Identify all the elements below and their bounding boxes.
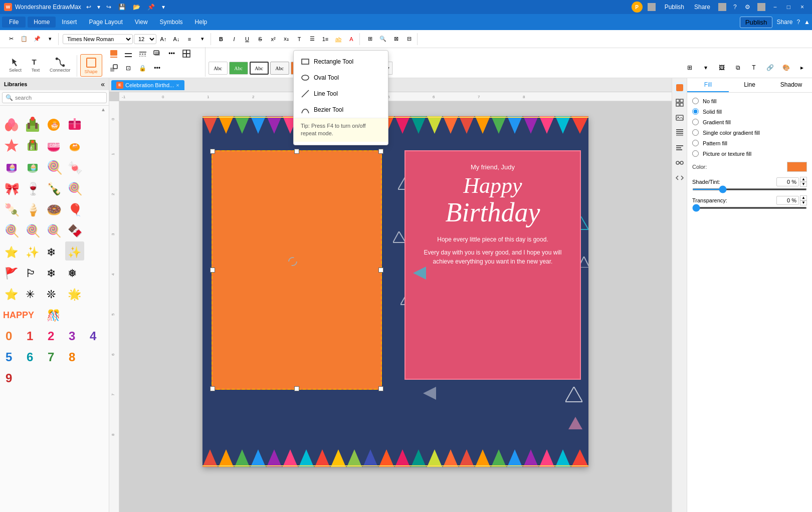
arrange-btn[interactable]: ⊟ bbox=[403, 33, 415, 45]
lib-item-27[interactable]: ❄ bbox=[44, 241, 63, 261]
font-color-btn[interactable]: A bbox=[345, 33, 357, 45]
pin-btn[interactable]: 📌 bbox=[145, 3, 157, 12]
link-panel-btn[interactable] bbox=[674, 157, 685, 168]
handle-ml[interactable] bbox=[210, 268, 215, 273]
lock-btn[interactable]: 🔒 bbox=[136, 62, 149, 75]
subscript-btn[interactable]: x₂ bbox=[280, 33, 292, 45]
tab-shadow[interactable]: Shadow bbox=[770, 78, 812, 92]
lib-item-17[interactable]: 🍡 bbox=[2, 199, 21, 218]
lib-item-22[interactable]: 🍭 bbox=[23, 220, 42, 239]
font-increase-btn[interactable]: A↑ bbox=[157, 33, 169, 45]
more-btn2[interactable]: ••• bbox=[151, 62, 164, 75]
fill-panel-btn[interactable] bbox=[674, 82, 685, 93]
bezier-tool-item[interactable]: Bezier Tool bbox=[294, 102, 388, 118]
link-btn[interactable]: 🔗 bbox=[763, 61, 777, 75]
numbering-btn[interactable]: 1≡ bbox=[319, 33, 331, 45]
select-tool[interactable]: Select bbox=[5, 55, 26, 75]
layers-btn[interactable]: ⧉ bbox=[731, 61, 745, 75]
expand-icon[interactable]: ▲ bbox=[804, 19, 810, 26]
color-preview-btn[interactable] bbox=[787, 162, 807, 172]
handle-tl[interactable] bbox=[210, 149, 215, 154]
share-link[interactable]: Share bbox=[776, 19, 792, 26]
lib-item-n6[interactable]: 6 bbox=[23, 347, 42, 366]
swatch-3[interactable]: Abc bbox=[250, 62, 269, 75]
open-btn[interactable]: 📂 bbox=[131, 3, 142, 12]
theme-btn[interactable]: 🎨 bbox=[779, 61, 793, 75]
lib-item-15[interactable]: 🍾 bbox=[44, 178, 63, 197]
tab-fill[interactable]: Fill bbox=[687, 78, 729, 92]
lib-item-20[interactable]: 🎈 bbox=[65, 199, 84, 218]
underline-btn[interactable]: U bbox=[241, 33, 253, 45]
redo-btn[interactable]: ↪ bbox=[104, 3, 113, 12]
shade-up-btn[interactable]: ▲ bbox=[800, 177, 807, 182]
lib-item-13[interactable]: 🎀 bbox=[2, 178, 21, 197]
grid-btn[interactable]: ⊞ bbox=[364, 33, 376, 45]
image-panel-btn[interactable] bbox=[674, 112, 685, 123]
bullets-btn[interactable]: ☰ bbox=[306, 33, 318, 45]
layout-panel-btn[interactable] bbox=[674, 97, 685, 108]
menu-help[interactable]: Help bbox=[189, 17, 214, 28]
lib-item-4[interactable] bbox=[65, 115, 84, 134]
lib-item-26[interactable]: ✨ bbox=[23, 241, 42, 261]
undo-dropdown[interactable]: ▾ bbox=[96, 3, 101, 12]
insert-image-btn[interactable]: 🖼 bbox=[715, 61, 729, 75]
maximize-btn[interactable]: □ bbox=[783, 3, 794, 12]
page-setup-btn[interactable]: ⊞ bbox=[683, 61, 697, 75]
publish-btn[interactable]: Publish bbox=[661, 3, 688, 12]
font-size-select[interactable]: 12 bbox=[134, 34, 156, 44]
lib-item-n7[interactable]: 7 bbox=[44, 347, 63, 366]
oval-tool-item[interactable]: Oval Tool bbox=[294, 70, 388, 86]
lib-item-1[interactable] bbox=[2, 115, 21, 134]
lib-item-12[interactable]: 🍬 bbox=[65, 157, 84, 176]
scroll-up-btn[interactable]: ▲ bbox=[100, 107, 107, 112]
text-tool[interactable]: T Text bbox=[27, 55, 45, 75]
lib-item-21[interactable]: 🍭 bbox=[2, 220, 21, 239]
lib-item-n0[interactable]: 0 bbox=[2, 326, 21, 345]
align-options-btn[interactable]: ▾ bbox=[196, 33, 209, 45]
orange-rectangle[interactable] bbox=[212, 150, 382, 390]
lib-item-38[interactable]: 🎊 bbox=[44, 305, 63, 324]
zoom-options-btn[interactable]: ⊠ bbox=[390, 33, 402, 45]
paste-btn[interactable]: 📌 bbox=[31, 33, 43, 45]
layers-panel-btn[interactable] bbox=[674, 127, 685, 138]
paste-options-btn[interactable]: ▾ bbox=[44, 33, 56, 45]
lib-item-31[interactable]: ❄ bbox=[44, 263, 63, 282]
pattern-fill-radio[interactable] bbox=[692, 140, 699, 146]
transparency-up-btn[interactable]: ▲ bbox=[800, 195, 807, 200]
fill-color-btn[interactable] bbox=[107, 47, 120, 60]
lib-item-30[interactable]: 🏳 bbox=[23, 263, 42, 282]
copy-btn[interactable]: 📋 bbox=[18, 33, 30, 45]
shade-slider[interactable] bbox=[692, 188, 807, 190]
handle-bl[interactable] bbox=[210, 386, 215, 391]
text-panel-btn[interactable]: T bbox=[747, 61, 761, 75]
lib-item-37[interactable]: HAPPY bbox=[2, 305, 42, 324]
strikethrough-btn[interactable]: S bbox=[254, 33, 266, 45]
minimize-btn[interactable]: − bbox=[769, 3, 781, 12]
settings-btn[interactable]: ⚙ bbox=[742, 3, 753, 12]
shadow-btn[interactable] bbox=[151, 47, 164, 60]
save-btn[interactable]: 💾 bbox=[116, 3, 128, 12]
solid-fill-radio[interactable] bbox=[692, 108, 699, 115]
lib-item-34[interactable]: ✳ bbox=[23, 284, 42, 303]
handle-tr[interactable] bbox=[378, 149, 383, 154]
connector-tool[interactable]: Connector bbox=[46, 55, 75, 75]
undo-btn[interactable]: ↩ bbox=[84, 3, 93, 12]
shape-tool[interactable]: Shape bbox=[80, 54, 102, 77]
pattern-fill-label[interactable]: Pattern fill bbox=[703, 140, 727, 146]
swatch-2[interactable]: Abc bbox=[229, 62, 248, 75]
handle-br[interactable] bbox=[378, 386, 383, 391]
gradient-fill-radio[interactable] bbox=[692, 119, 699, 125]
more-btn[interactable]: ▾ bbox=[160, 3, 167, 12]
no-fill-label[interactable]: No fill bbox=[703, 98, 717, 104]
lib-item-25[interactable]: ⭐ bbox=[2, 241, 21, 261]
page-layout-btn[interactable]: ▾ bbox=[699, 61, 713, 75]
font-decrease-btn[interactable]: A↓ bbox=[170, 33, 182, 45]
lib-item-32[interactable]: ❅ bbox=[65, 263, 84, 282]
lib-item-n5[interactable]: 5 bbox=[2, 347, 21, 366]
lib-item-18[interactable]: 🍦 bbox=[23, 199, 42, 218]
lib-item-28[interactable]: ✨ bbox=[65, 241, 84, 261]
expand-panel-btn[interactable]: ▸ bbox=[795, 61, 809, 75]
position-btn[interactable] bbox=[180, 47, 193, 60]
user-avatar[interactable]: P bbox=[632, 2, 643, 13]
lib-item-19[interactable]: 🍩 bbox=[44, 199, 63, 218]
